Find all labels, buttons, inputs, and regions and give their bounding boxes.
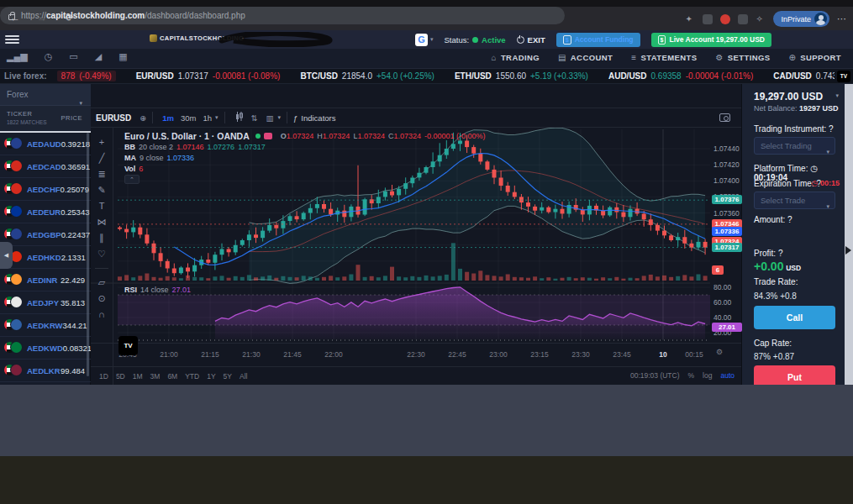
menu-item-trading[interactable]: ⌂TRADING: [491, 53, 540, 62]
call-button[interactable]: Call: [754, 306, 835, 329]
ticker-column-header[interactable]: TICKER: [7, 110, 33, 118]
scrollbar-strip[interactable]: [845, 84, 853, 385]
snapshot-camera-icon[interactable]: [719, 113, 730, 122]
auto-scale-button[interactable]: auto: [720, 371, 735, 380]
menu-item-settings[interactable]: ⚙SETTINGS: [715, 53, 770, 62]
put-button[interactable]: Put: [754, 365, 835, 385]
text-tool-icon[interactable]: T: [99, 202, 105, 211]
collections-icon[interactable]: ✧: [756, 14, 766, 24]
price-chart[interactable]: [91, 84, 741, 385]
watchlist-row[interactable]: AEDKRW344.21: [0, 314, 91, 337]
calendar-icon[interactable]: ▦: [118, 52, 127, 61]
watchlist-row[interactable]: AEDKWD0.083214: [0, 337, 91, 360]
extension-icon[interactable]: [738, 14, 748, 24]
chevron-down-icon[interactable]: ▾: [215, 114, 219, 121]
inprivate-badge[interactable]: InPrivate: [773, 11, 829, 27]
range-button[interactable]: All: [240, 372, 247, 381]
candlestick-style-icon[interactable]: [235, 112, 243, 123]
percent-scale-button[interactable]: %: [688, 371, 695, 380]
trade-select[interactable]: Select Trade▾: [754, 192, 835, 209]
watchlist-row[interactable]: AEDCHF0.25079: [0, 178, 91, 201]
google-translate-icon[interactable]: G: [415, 34, 428, 46]
interval-1m[interactable]: 1m: [162, 113, 174, 123]
watchlist-row[interactable]: AEDGBP0.22437: [0, 223, 91, 246]
chevron-down-icon[interactable]: ▾: [277, 114, 281, 121]
symbol-button[interactable]: EURUSD: [96, 113, 131, 123]
tradingview-watermark-icon[interactable]: TV: [118, 336, 138, 355]
sidebar-collapse-handle[interactable]: ◀: [0, 242, 13, 269]
watchlist-row[interactable]: AEDEUR0.25343: [0, 201, 91, 223]
range-button[interactable]: 5Y: [224, 372, 232, 381]
quote-flag-icon: [11, 274, 22, 285]
menu-item-account[interactable]: ▤ACCOUNT: [558, 53, 613, 62]
watchlist-row[interactable]: AEDHKD2.1331: [0, 246, 91, 269]
range-button[interactable]: 6M: [167, 372, 177, 381]
indicators-button[interactable]: ƒIndicators: [293, 113, 335, 123]
compare-arrows-icon[interactable]: ⇅: [251, 113, 258, 123]
ruler-icon[interactable]: ▱: [98, 278, 105, 287]
watchlist-row[interactable]: AEDLKR99.484: [0, 360, 91, 382]
instrument-select[interactable]: Select Trading▾: [754, 137, 835, 155]
compare-add-icon[interactable]: ⊕: [140, 113, 146, 123]
range-button[interactable]: 5D: [116, 372, 125, 381]
address-bar[interactable]: https://capitalstockholding.com/dashboar…: [0, 7, 565, 24]
chevron-down-icon[interactable]: ▾: [835, 92, 839, 99]
watchlist-row[interactable]: AEDCAD0.36591: [0, 155, 91, 178]
menu-item-statements[interactable]: ≡STATEMENTS: [631, 53, 697, 62]
fib-retracement-icon[interactable]: ≣: [97, 170, 105, 179]
range-button[interactable]: 1Y: [207, 372, 215, 381]
log-scale-button[interactable]: log: [703, 371, 712, 380]
monitor-icon[interactable]: ▭: [69, 52, 77, 61]
axis-settings-gear-icon[interactable]: ⚙: [716, 348, 723, 356]
watchlist-row[interactable]: AEDAUD0.39218: [0, 133, 91, 155]
interval-30m[interactable]: 30m: [181, 113, 196, 123]
time-axis[interactable]: 20:4521:0021:1521:3021:4522:0022:3022:45…: [91, 343, 741, 366]
volume-legend[interactable]: Vol6: [124, 164, 486, 174]
menu-item-support[interactable]: ⊕SUPPORT: [788, 53, 841, 62]
ma-legend[interactable]: MA9 close 1.07336: [124, 153, 486, 163]
forward-icon[interactable]: →: [37, 12, 47, 24]
price-column-header[interactable]: PRICE: [61, 114, 82, 122]
refresh-icon[interactable]: ⟳: [66, 12, 74, 24]
watchlist-scrollbar[interactable]: [87, 133, 89, 376]
range-button[interactable]: YTD: [185, 372, 199, 381]
tradingview-logo-icon[interactable]: TV: [837, 71, 850, 82]
favorites-heart-icon[interactable]: ♡: [97, 249, 106, 259]
live-account-button[interactable]: $Live Account 19,297.00 USD: [651, 33, 771, 47]
hamburger-menu-icon[interactable]: [5, 34, 19, 45]
collapse-legend-chevron-icon[interactable]: ⌃: [124, 175, 140, 184]
account-funding-button[interactable]: $Account Funding: [556, 33, 640, 47]
channel-icon[interactable]: ∥: [99, 234, 104, 243]
rsi-legend[interactable]: RSI14 close 27.01: [124, 286, 191, 294]
panel-expand-arrow-icon[interactable]: [845, 246, 851, 255]
range-button[interactable]: 3M: [150, 372, 161, 381]
bb-legend[interactable]: BB20 close 2 1.071461.072761.07317: [124, 142, 486, 152]
exit-button[interactable]: EXIT: [517, 35, 545, 45]
category-select[interactable]: Forex▾: [0, 84, 91, 106]
zoom-icon[interactable]: ⊙: [97, 294, 105, 303]
watchlist-row[interactable]: AEDINR22.429: [0, 269, 91, 291]
utc-clock[interactable]: 00:19:03 (UTC): [630, 371, 680, 380]
magnet-icon[interactable]: ∩: [98, 310, 105, 319]
range-button[interactable]: 1D: [99, 372, 108, 381]
url-text[interactable]: https://capitalstockholding.com/dashboar…: [21, 11, 245, 20]
chart-icon[interactable]: ▂▄▆: [7, 52, 28, 61]
range-button[interactable]: 1M: [133, 372, 143, 381]
crosshair-icon[interactable]: +: [99, 138, 104, 147]
symbol-title[interactable]: Euro / U.S. Dollar · 1 · OANDA: [124, 131, 250, 141]
time-label: 23:30: [571, 350, 589, 359]
xabcd-pattern-icon[interactable]: ⋈: [97, 218, 107, 227]
chart-type-icon[interactable]: ▥: [266, 113, 273, 123]
interval-1h[interactable]: 1h: [203, 113, 212, 123]
flag-pair-icon: [4, 183, 23, 195]
clock-icon[interactable]: ◷: [45, 52, 53, 61]
extension-icon[interactable]: [720, 14, 730, 24]
watchlist-row[interactable]: AEDJPY35.813: [0, 291, 91, 314]
signal-icon[interactable]: ◢: [95, 52, 102, 61]
browser-menu-icon[interactable]: ⋯: [837, 13, 846, 24]
brush-icon[interactable]: ✎: [97, 186, 105, 195]
extension-icon[interactable]: [703, 14, 713, 24]
time-label: 22:45: [448, 350, 466, 359]
trendline-icon[interactable]: ╱: [99, 154, 105, 163]
extension-icon[interactable]: ✦: [685, 14, 695, 24]
